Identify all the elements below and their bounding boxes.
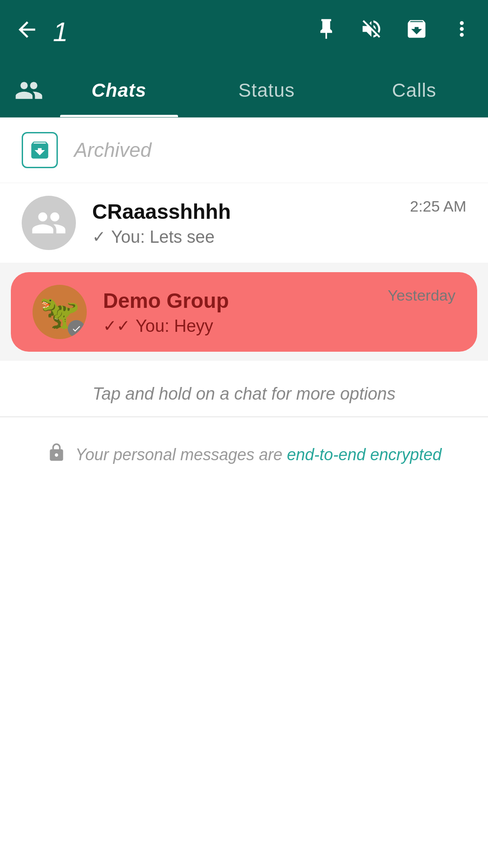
chat-info-1: CRaaasshhhh ✓ You: Lets see <box>92 199 410 247</box>
avatar-2: 🦖 <box>33 285 87 339</box>
tab-chats[interactable]: Chats <box>45 63 193 117</box>
archived-label: Archived <box>74 139 151 161</box>
encryption-notice: Your personal messages are end-to-end en… <box>0 417 488 492</box>
archive-icon[interactable] <box>405 17 428 46</box>
top-icons <box>314 17 474 46</box>
encryption-text: Your personal messages are end-to-end en… <box>75 445 442 464</box>
chat-name-2: Demo Group <box>103 288 388 313</box>
chat-list: CRaaasshhhh ✓ You: Lets see 2:25 AM 🦖 De… <box>0 183 488 361</box>
archived-icon <box>22 132 58 168</box>
chat-item-2[interactable]: 🦖 Demo Group ✓✓ You: Heyy Yesterday <box>11 272 477 352</box>
group-icon[interactable] <box>0 76 45 105</box>
chat-item-1[interactable]: CRaaasshhhh ✓ You: Lets see 2:25 AM <box>0 183 488 263</box>
lock-icon <box>47 443 66 467</box>
selected-count: 1 <box>53 16 314 47</box>
double-tick-icon: ✓✓ <box>103 316 130 335</box>
top-action-bar: 1 <box>0 0 488 63</box>
chat-name-1: CRaaasshhhh <box>92 199 410 224</box>
chat-preview-1: ✓ You: Lets see <box>92 227 410 247</box>
back-button[interactable] <box>14 17 39 47</box>
chat-time-2: Yesterday <box>388 285 455 304</box>
encryption-link[interactable]: end-to-end encrypted <box>287 445 441 464</box>
mute-icon[interactable] <box>360 17 383 46</box>
tab-status[interactable]: Status <box>193 63 341 117</box>
single-tick-icon: ✓ <box>92 227 106 246</box>
pin-icon[interactable] <box>314 17 338 46</box>
archived-row[interactable]: Archived <box>0 118 488 183</box>
tab-bar: Chats Status Calls <box>0 63 488 118</box>
chat-info-2: Demo Group ✓✓ You: Heyy <box>103 288 388 336</box>
more-options-icon[interactable] <box>450 17 474 46</box>
info-bar: Tap and hold on a chat for more options <box>0 361 488 416</box>
chat-preview-2: ✓✓ You: Heyy <box>103 316 388 336</box>
chat-time-1: 2:25 AM <box>410 196 466 215</box>
tab-calls[interactable]: Calls <box>340 63 488 117</box>
check-badge <box>68 320 85 337</box>
avatar-1 <box>22 196 76 250</box>
